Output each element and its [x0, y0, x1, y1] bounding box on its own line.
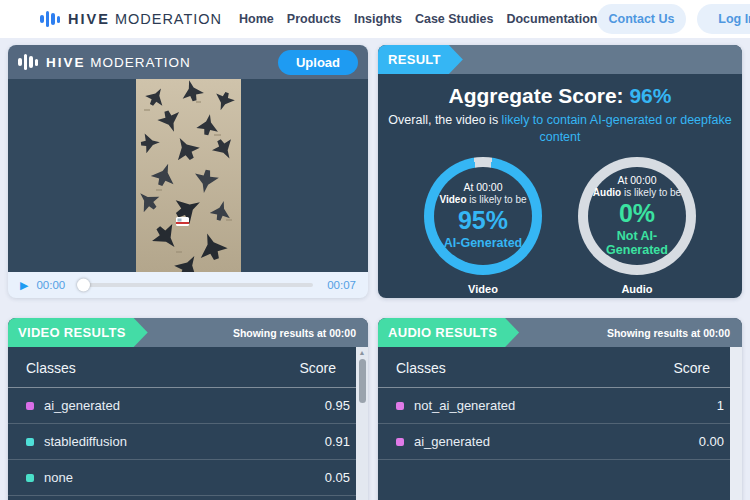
brand-name: HIVE [46, 55, 86, 70]
nav-case-studies[interactable]: Case Studies [415, 12, 494, 26]
aggregate-score-label: Aggregate Score: [449, 84, 624, 107]
nav-links: Home Products Insights Case Studies Docu… [239, 12, 653, 26]
nav-home[interactable]: Home [239, 12, 274, 26]
class-label: none [44, 470, 73, 485]
nav-documentation[interactable]: Documentation [506, 12, 597, 26]
table-row: none0.05 [8, 460, 368, 496]
gauge-caption-audio: Audio [621, 283, 652, 295]
contact-us-button[interactable]: Contact Us [597, 4, 686, 34]
aggregate-score: Aggregate Score: 96% [378, 84, 742, 108]
class-color-bullet [396, 438, 404, 446]
class-label: ai_generated [44, 398, 120, 413]
gauge-time: At 00:00 [617, 174, 656, 186]
upload-button[interactable]: Upload [278, 50, 358, 75]
gauge-value: 0% [619, 199, 655, 228]
class-score: 0.05 [325, 470, 350, 485]
class-score: 0.91 [325, 434, 350, 449]
class-score: 0.00 [699, 434, 724, 449]
class-color-bullet [396, 402, 404, 410]
current-time: 00:00 [36, 279, 65, 291]
hive-bars-icon [40, 10, 60, 28]
gauge-verdict: Not AI-Generated [588, 229, 686, 257]
video-player-panel: HIVE MODERATION Upload [8, 45, 368, 298]
hive-logo[interactable]: HIVE MODERATION [40, 10, 222, 28]
class-score: 1 [717, 398, 724, 413]
video-results-rows: ai_generated0.95stablediffusion0.91none0… [8, 388, 368, 496]
aggregate-score-value: 96% [629, 84, 671, 107]
column-score: Score [673, 360, 710, 376]
video-results-header-strip: VIDEO RESULTS Showing results at 00:00 [8, 318, 368, 347]
class-label: stablediffusion [44, 434, 127, 449]
result-summary: Overall, the video is likely to contain … [388, 112, 733, 146]
scrollbar-thumb[interactable] [359, 359, 366, 403]
audio-results-tag: AUDIO RESULTS [378, 318, 519, 347]
class-color-bullet [26, 438, 34, 446]
class-label: ai_generated [414, 434, 490, 449]
top-navbar: HIVE MODERATION Home Products Insights C… [0, 0, 750, 38]
result-header-strip: RESULT [378, 45, 742, 74]
audio-results-showing: Showing results at 00:00 [607, 327, 730, 339]
gauges-row: At 00:00 Video is likely to be 95% AI-Ge… [378, 157, 742, 295]
audio-gauge: At 00:00 Audio is likely to be 0% Not AI… [578, 157, 696, 295]
video-still-aircraft [136, 79, 241, 272]
column-classes: Classes [26, 360, 76, 376]
gauge-verdict: AI-Generated [444, 236, 523, 250]
gauge-subject-line: Video is likely to be [439, 194, 526, 205]
video-results-columns: Classes Score [8, 347, 368, 388]
brand-text: HIVE MODERATION [46, 55, 191, 70]
scroll-up-icon[interactable]: ▲ [359, 349, 366, 356]
class-score: 0.95 [325, 398, 350, 413]
nav-products[interactable]: Products [287, 12, 341, 26]
summary-highlight: likely to contain AI-generated or deepfa… [502, 113, 732, 144]
nav-insights[interactable]: Insights [354, 12, 402, 26]
gauge-caption-video: Video [468, 283, 498, 295]
class-color-bullet [26, 474, 34, 482]
gauge-subject-line: Audio is likely to be [593, 187, 681, 198]
ambulance [176, 217, 189, 226]
duration: 00:07 [327, 279, 356, 291]
table-row: ai_generated0.95 [8, 388, 368, 424]
hive-logo-white: HIVE MODERATION [18, 53, 191, 71]
seek-slider[interactable] [79, 283, 313, 287]
table-row: stablediffusion0.91 [8, 424, 368, 460]
audio-results-scrollbar[interactable] [730, 347, 742, 500]
audio-results-header-strip: AUDIO RESULTS Showing results at 00:00 [378, 318, 742, 347]
player-controls: ▶ 00:00 00:07 [8, 272, 368, 298]
play-button[interactable]: ▶ [20, 280, 28, 291]
table-row: not_ai_generated1 [378, 388, 742, 424]
column-classes: Classes [396, 360, 446, 376]
audio-results-columns: Classes Score [378, 347, 742, 388]
audio-gauge-ring: At 00:00 Audio is likely to be 0% Not AI… [578, 157, 696, 275]
result-panel: RESULT Aggregate Score: 96% Overall, the… [378, 45, 742, 298]
video-gauge-ring: At 00:00 Video is likely to be 95% AI-Ge… [424, 157, 542, 275]
gauge-value: 95% [458, 206, 508, 235]
brand-suffix: MODERATION [90, 55, 191, 70]
class-label: not_ai_generated [414, 398, 515, 413]
brand-text: HIVE MODERATION [68, 11, 222, 27]
brand-name: HIVE [68, 11, 110, 27]
summary-prefix: Overall, the video is [388, 113, 501, 127]
audio-results-panel: AUDIO RESULTS Showing results at 00:00 C… [378, 318, 742, 500]
video-results-showing: Showing results at 00:00 [233, 327, 356, 339]
video-frame[interactable] [8, 79, 368, 272]
video-results-scrollbar[interactable]: ▲ [356, 347, 368, 500]
hive-bars-icon [18, 53, 38, 71]
brand-suffix: MODERATION [115, 11, 222, 27]
column-score: Score [299, 360, 336, 376]
video-results-tag: VIDEO RESULTS [8, 318, 148, 347]
class-color-bullet [26, 402, 34, 410]
result-tag: RESULT [378, 45, 463, 74]
audio-results-rows: not_ai_generated1ai_generated0.00 [378, 388, 742, 460]
log-in-button[interactable]: Log In [697, 4, 750, 34]
video-gauge: At 00:00 Video is likely to be 95% AI-Ge… [424, 157, 542, 295]
table-row: ai_generated0.00 [378, 424, 742, 460]
video-player-header: HIVE MODERATION Upload [8, 45, 368, 79]
gauge-time: At 00:00 [463, 181, 502, 193]
video-results-panel: VIDEO RESULTS Showing results at 00:00 C… [8, 318, 368, 500]
seek-knob[interactable] [77, 279, 90, 292]
